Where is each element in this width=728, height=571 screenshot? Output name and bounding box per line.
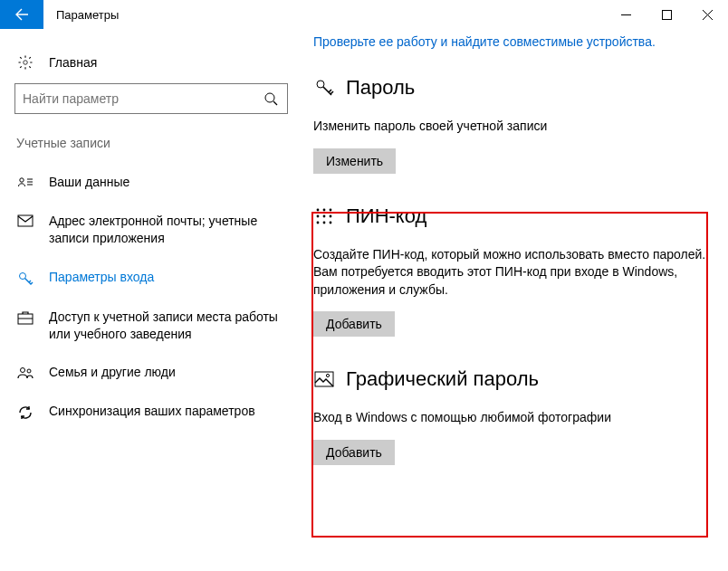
svg-point-16 — [317, 221, 320, 224]
svg-point-18 — [330, 221, 332, 224]
section-password: Пароль Изменить пароль своей учетной зап… — [313, 76, 714, 174]
maximize-icon — [662, 10, 672, 20]
maximize-button[interactable] — [647, 0, 687, 29]
add-picture-password-button[interactable]: Добавить — [313, 440, 395, 465]
sidebar-group-header: Учетные записи — [14, 130, 288, 163]
section-desc: Изменить пароль своей учетной записи — [313, 118, 714, 136]
sidebar-item-label: Ваши данные — [49, 174, 283, 191]
sidebar-item-label: Семья и другие люди — [49, 364, 283, 381]
picture-icon — [313, 371, 335, 387]
svg-rect-4 — [18, 215, 33, 226]
main-panel: Проверьте ее работу и найдите совместимы… — [302, 29, 728, 571]
sidebar-item-your-info[interactable]: Ваши данные — [14, 163, 288, 202]
sidebar-item-family[interactable]: Семья и другие люди — [14, 353, 288, 392]
titlebar: Параметры — [0, 0, 728, 29]
minimize-icon — [621, 10, 631, 20]
svg-point-1 — [24, 61, 28, 65]
window-title: Параметры — [43, 8, 606, 22]
section-pin: ПИН-код Создайте ПИН-код, который можно … — [313, 205, 714, 338]
svg-point-10 — [317, 208, 320, 211]
svg-rect-0 — [663, 10, 672, 19]
svg-point-15 — [330, 214, 332, 217]
sidebar-item-email[interactable]: Адрес электронной почты; учетные записи … — [14, 202, 288, 258]
section-title: Пароль — [346, 76, 415, 100]
section-title: ПИН-код — [346, 205, 426, 228]
svg-point-20 — [326, 375, 329, 377]
search-icon — [262, 91, 280, 106]
svg-point-12 — [330, 208, 332, 211]
sidebar-item-label: Параметры входа — [49, 269, 283, 286]
sidebar-item-label: Адрес электронной почты; учетные записи … — [49, 213, 283, 247]
pin-pad-icon — [313, 207, 335, 225]
svg-point-14 — [323, 214, 326, 217]
sidebar-item-label: Доступ к учетной записи места работы или… — [49, 309, 283, 343]
section-picture-password: Графический пароль Вход в Windows с помо… — [313, 367, 714, 465]
sidebar: Главная Учетные записи Ваши данные Адрес… — [0, 29, 302, 571]
people-icon — [16, 364, 34, 380]
sidebar-item-work-access[interactable]: Доступ к учетной записи места работы или… — [14, 298, 288, 354]
svg-point-11 — [323, 208, 326, 211]
svg-point-3 — [20, 178, 24, 182]
svg-point-9 — [317, 81, 324, 88]
svg-point-17 — [323, 221, 326, 224]
person-card-icon — [16, 174, 34, 188]
briefcase-icon — [16, 309, 34, 325]
close-button[interactable] — [687, 0, 728, 29]
section-title: Графический пароль — [346, 367, 539, 391]
back-button[interactable] — [0, 0, 43, 29]
svg-point-7 — [21, 368, 25, 373]
section-desc: Вход в Windows с помощью любимой фотогра… — [313, 409, 714, 427]
mail-icon — [16, 213, 34, 227]
sidebar-item-signin-options[interactable]: Параметры входа — [14, 258, 288, 298]
sync-icon — [16, 403, 34, 421]
svg-point-2 — [265, 93, 274, 102]
add-pin-button[interactable]: Добавить — [313, 311, 395, 337]
svg-point-8 — [27, 369, 31, 373]
section-desc: Создайте ПИН-код, который можно использо… — [313, 246, 714, 300]
close-icon — [703, 10, 713, 20]
key-icon — [16, 269, 34, 287]
key-icon — [313, 78, 335, 98]
sidebar-item-sync[interactable]: Синхронизация ваших параметров — [14, 392, 288, 432]
change-password-button[interactable]: Изменить — [313, 148, 396, 174]
search-field[interactable] — [23, 91, 262, 106]
sidebar-home-label: Главная — [49, 55, 97, 70]
search-input[interactable] — [14, 83, 288, 114]
sidebar-item-label: Синхронизация ваших параметров — [49, 403, 283, 420]
svg-point-5 — [20, 272, 26, 279]
minimize-button[interactable] — [606, 0, 647, 29]
sidebar-home[interactable]: Главная — [14, 45, 288, 83]
compat-link[interactable]: Проверьте ее работу и найдите совместимы… — [313, 29, 714, 52]
gear-icon — [16, 54, 34, 71]
arrow-left-icon — [14, 7, 29, 22]
svg-point-13 — [317, 214, 320, 217]
